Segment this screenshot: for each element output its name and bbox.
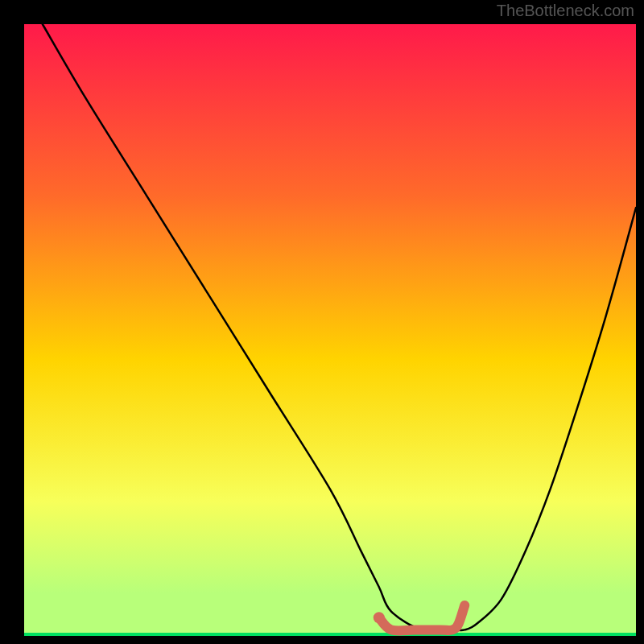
optimal-dot — [374, 612, 385, 623]
bottleneck-chart — [0, 0, 644, 644]
plot-area — [24, 24, 636, 636]
baseline-band — [24, 633, 636, 636]
chart-container: TheBottleneck.com — [0, 0, 644, 644]
attribution-label: TheBottleneck.com — [497, 2, 634, 20]
